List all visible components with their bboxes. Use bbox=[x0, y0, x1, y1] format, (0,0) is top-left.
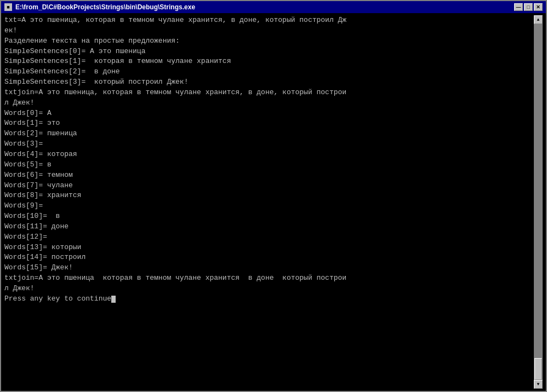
cursor-blink bbox=[111, 296, 116, 303]
maximize-button[interactable]: □ bbox=[524, 3, 533, 11]
scroll-up-button[interactable]: ▲ bbox=[534, 15, 543, 24]
console-window: ■ E:\from_D\C#BookProjects\Strings\bin\D… bbox=[0, 0, 547, 392]
close-button[interactable]: ✕ bbox=[534, 3, 543, 11]
minimize-button[interactable]: — bbox=[514, 3, 523, 11]
scrollbar[interactable]: ▲ ▼ bbox=[534, 15, 543, 389]
scroll-down-button[interactable]: ▼ bbox=[534, 380, 543, 389]
scrollbar-track[interactable] bbox=[534, 24, 543, 380]
console-area: txt=А это пшеница, которая в темном чула… bbox=[1, 13, 546, 391]
title-bar-left: ■ E:\from_D\C#BookProjects\Strings\bin\D… bbox=[4, 3, 195, 11]
app-icon: ■ bbox=[4, 3, 12, 11]
scrollbar-thumb[interactable] bbox=[534, 358, 542, 380]
window-title: E:\from_D\C#BookProjects\Strings\bin\Deb… bbox=[15, 3, 195, 11]
console-output: txt=А это пшеница, которая в темном чула… bbox=[4, 15, 534, 389]
title-bar: ■ E:\from_D\C#BookProjects\Strings\bin\D… bbox=[1, 1, 546, 13]
title-bar-buttons: — □ ✕ bbox=[514, 3, 543, 11]
